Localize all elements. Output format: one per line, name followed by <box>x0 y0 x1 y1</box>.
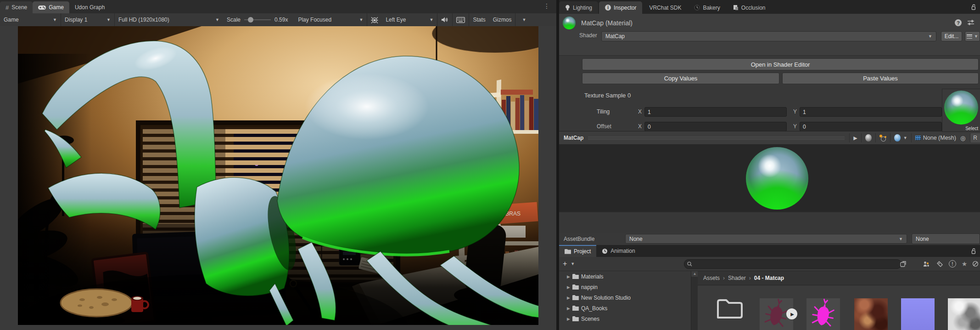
assetbundle-dropdown[interactable]: None▼ <box>625 234 907 244</box>
chevron-right-icon[interactable]: ▶ <box>567 296 570 300</box>
tree-item-qa-books[interactable]: ▶ QA_Books <box>559 303 691 313</box>
texture-slot[interactable]: Select <box>942 89 980 132</box>
copy-values-button[interactable]: Copy Values <box>582 73 779 84</box>
presets-icon[interactable] <box>967 19 974 26</box>
gizmos-arrow[interactable]: ▼ <box>515 13 530 26</box>
tree-item-materials[interactable]: ▶ Materials <box>559 271 691 282</box>
texture-select-button[interactable]: Select <box>963 125 980 131</box>
play-focused-dropdown[interactable]: Play Focused▼ <box>294 13 367 26</box>
lock-icon[interactable] <box>971 4 976 10</box>
tab-vrchat-sdk[interactable]: VRChat SDK <box>643 1 687 14</box>
tab-bakery[interactable]: Bakery <box>688 1 726 14</box>
tab-project[interactable]: Project <box>559 245 596 257</box>
open-shader-editor-button[interactable]: Open in Shader Editor <box>582 58 979 70</box>
breadcrumb: Assets › Shader › 04 - Matcap <box>698 271 980 285</box>
chevron-right-icon[interactable]: ▶ <box>567 317 570 321</box>
tiling-label: Tiling <box>597 108 610 115</box>
scale-slider-track[interactable] <box>244 19 271 20</box>
scale-slider[interactable]: Scale 0.59x <box>223 13 291 26</box>
unity-editor-window: # Scene Game Udon Graph ⋮ Game▼ Display … <box>0 0 980 330</box>
bulb-icon <box>565 5 570 11</box>
tiling-x-input[interactable]: 1 <box>644 107 787 117</box>
shader-menu-button[interactable]: ▼ <box>965 31 980 41</box>
tab-lighting[interactable]: Lighting <box>559 1 598 14</box>
chevron-right-icon[interactable]: ▶ <box>567 274 570 279</box>
grid-icon: # <box>6 4 9 11</box>
tab-animation[interactable]: Animation <box>596 245 640 257</box>
paste-values-button[interactable]: Paste Values <box>782 73 979 84</box>
preview-lighting-toggle[interactable] <box>875 133 890 142</box>
scroll-up-icon[interactable]: ▲ <box>691 271 698 277</box>
chevron-right-icon[interactable]: ▶ <box>567 285 570 290</box>
asset-normal-map-thumbnail[interactable] <box>901 298 935 330</box>
asset-folder-thumbnail[interactable] <box>714 296 744 321</box>
inspector-footer-space <box>559 212 980 233</box>
preview-shape-toggle[interactable] <box>861 133 875 142</box>
shader-edit-button[interactable]: Edit... <box>941 31 962 41</box>
tree-item-scenes[interactable]: ▶ Scenes <box>559 313 691 324</box>
tab-menu-kebab-icon[interactable]: ⋮ <box>543 2 550 10</box>
folder-icon <box>572 295 579 300</box>
tab-scene-label: Scene <box>11 4 27 11</box>
game-render[interactable]: ZEBRAS RE city walls <box>18 26 538 325</box>
play-overlay-icon[interactable]: ▶ <box>786 308 797 319</box>
offset-y-input[interactable]: 0 <box>800 122 942 131</box>
breadcrumb-current[interactable]: 04 - Matcap <box>754 275 784 281</box>
tiling-y-label: Y <box>793 108 797 115</box>
hidden-packages-icon[interactable] <box>970 259 980 268</box>
game-mode-dropdown[interactable]: Game▼ <box>0 13 61 26</box>
game-view-toolbar: Game▼ Display 1▼ Full HD (1920x1080)▼ Sc… <box>0 13 556 27</box>
display-dropdown[interactable]: Display 1▼ <box>61 13 114 26</box>
open-in-search-icon[interactable] <box>898 259 908 268</box>
shader-dropdown[interactable]: MatCap▼ <box>601 31 936 41</box>
tree-item-nappin[interactable]: ▶ nappin <box>559 282 691 292</box>
assetbundle-variant-dropdown[interactable]: None <box>912 233 980 244</box>
preview-play-button[interactable]: ▶ <box>849 133 861 142</box>
breadcrumb-shader[interactable]: Shader <box>728 275 746 281</box>
warnings-icon[interactable]: ! <box>947 259 958 268</box>
tab-game[interactable]: Game <box>33 1 69 13</box>
tab-occlusion[interactable]: Occlusion <box>727 1 772 14</box>
favorites-star-icon[interactable]: ★ <box>959 259 969 268</box>
tab-udon-graph-label: Udon Graph <box>75 4 105 11</box>
preview-drag-handle[interactable] <box>588 137 845 140</box>
speaker-icon[interactable] <box>437 13 452 26</box>
chevron-right-icon[interactable]: ▶ <box>567 306 570 311</box>
preview-model-dropdown[interactable]: ▼ <box>890 133 911 142</box>
breadcrumb-assets[interactable]: Assets <box>703 275 720 281</box>
eye-mode-dropdown[interactable]: Left Eye▼ <box>382 13 437 26</box>
tree-item-new-solution-studio[interactable]: ▶ New Solution Studio <box>559 292 691 303</box>
offset-x-input[interactable]: 0 <box>644 122 787 131</box>
tab-udon-graph[interactable]: Udon Graph <box>69 1 110 13</box>
asset-beetle-prefab-thumbnail[interactable]: ▶ <box>760 298 793 330</box>
tree-scrollbar[interactable]: ▲ <box>691 271 698 330</box>
tab-inspector[interactable]: i Inspector <box>599 1 642 14</box>
gizmos-dropdown[interactable]: Gizmos <box>489 13 515 26</box>
bug-icon[interactable] <box>367 13 382 26</box>
tiling-y-input[interactable]: 1 <box>800 107 942 117</box>
plus-icon: + <box>563 261 567 267</box>
material-title: MatCap (Material) <box>581 19 633 27</box>
keyboard-icon[interactable] <box>453 13 469 26</box>
search-by-type-icon[interactable] <box>921 259 931 268</box>
asset-beetle-texture-thumbnail[interactable] <box>806 298 840 330</box>
scale-slider-knob[interactable] <box>248 17 253 23</box>
object-picker-icon[interactable]: ◎ <box>960 135 965 142</box>
asset-matcap-texture-red-thumbnail[interactable] <box>854 298 888 330</box>
asset-grayscale-texture-thumbnail[interactable] <box>948 298 980 330</box>
stats-button[interactable]: Stats <box>469 13 489 26</box>
project-search-input[interactable] <box>684 259 902 269</box>
offset-label: Offset <box>597 123 611 130</box>
chevron-separator: › <box>723 275 725 281</box>
tab-scene[interactable]: # Scene <box>0 1 33 13</box>
search-by-label-icon[interactable] <box>935 259 945 268</box>
preview-header[interactable]: MatCap ▶ ▼ None (Mesh) ◎ <box>559 131 980 145</box>
material-header: MatCap (Material) ? Shader MatCap▼ Edit.… <box>559 14 980 56</box>
create-asset-button[interactable]: +▼ <box>563 261 575 267</box>
asset-grid[interactable]: ▶ <box>698 285 980 330</box>
help-icon[interactable]: ? <box>955 19 962 26</box>
preview-r-button[interactable]: R <box>970 133 980 142</box>
preview-mesh-field[interactable]: None (Mesh) ◎ <box>911 133 969 142</box>
lock-icon[interactable] <box>971 248 976 254</box>
resolution-dropdown[interactable]: Full HD (1920x1080)▼ <box>115 13 223 26</box>
